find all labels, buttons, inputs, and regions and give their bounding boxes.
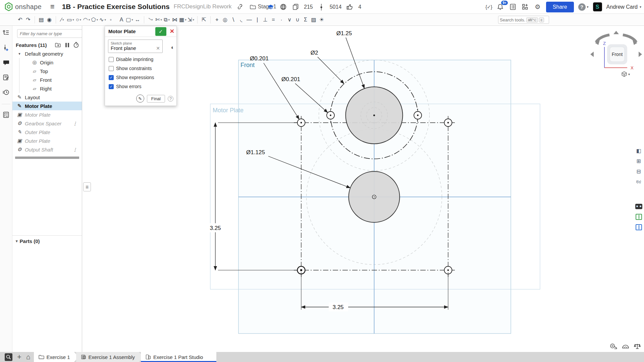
tree-item-gearbox-spacer[interactable]: ⚙ Gearbox Spacer ⋮ — [12, 119, 82, 128]
green-library-icon[interactable] — [635, 213, 643, 221]
normal-constraint[interactable]: ∨ — [285, 15, 293, 24]
tab-exercise-1-assembly[interactable]: Exercise 1 Assembly — [76, 352, 144, 362]
arc-tool[interactable]: ◠▾ — [83, 15, 91, 24]
checkbox-show-errors[interactable]: ✓ Show errors — [109, 84, 173, 89]
regeneration-timer-icon[interactable] — [73, 42, 79, 48]
parts-section-header[interactable]: ▾ Parts (0) — [12, 236, 82, 247]
clear-selection-icon[interactable]: ✕ — [156, 46, 160, 51]
tree-item-outer-plate-extrude[interactable]: ▣ Outer Plate — [12, 136, 82, 145]
checkbox-show-expressions[interactable]: ✓ Show expressions — [109, 75, 173, 80]
tree-item-output-shaft[interactable]: ⚙ Output Shaft ⋮ — [12, 145, 82, 154]
edit-sketch-icon[interactable]: ✎ — [136, 95, 144, 103]
redo-button[interactable]: ↷ — [24, 15, 32, 24]
curvature-constraint[interactable]: ∪ — [293, 15, 302, 24]
history-icon[interactable] — [3, 89, 9, 97]
lower-bore-circle[interactable] — [349, 172, 400, 223]
education-cap-icon[interactable] — [267, 3, 275, 11]
accept-button[interactable]: ✓ — [155, 27, 166, 36]
checkbox-show-constraints[interactable]: Show constraints — [109, 66, 173, 71]
circle-tool[interactable]: ○▾ — [74, 15, 83, 24]
featurescript-icon[interactable]: {✓} — [485, 4, 492, 10]
onshape-logo[interactable]: onshape — [5, 2, 42, 11]
fillet-tool[interactable]: ◝▾ — [147, 15, 155, 24]
rotate-right-arrow[interactable] — [623, 35, 636, 42]
measure-tool[interactable]: ⇱ — [200, 15, 208, 24]
view-options-control[interactable]: ▾ — [621, 71, 630, 77]
sketch-canvas[interactable]: Front Motor Plate — [0, 0, 644, 362]
tree-item-motor-plate-extrude[interactable]: ▣ Motor Plate — [12, 110, 82, 119]
appearance-panel-icon[interactable]: ◧ — [635, 147, 643, 154]
robot-app-icon[interactable] — [635, 203, 643, 210]
notifications-bell-icon[interactable]: 9+ — [496, 3, 504, 11]
rotate-left-arrow[interactable] — [596, 35, 609, 42]
avatar[interactable]: S — [593, 2, 602, 11]
dialog-help-icon[interactable]: ? — [168, 96, 173, 102]
search-tools-box[interactable]: alt/⌥ c — [498, 16, 549, 24]
sketch-style-button[interactable]: ◉ — [45, 15, 53, 24]
configuration-inputs-icon[interactable]: ⊟ — [635, 168, 643, 175]
pattern-tool[interactable]: ▦▾ — [179, 15, 187, 24]
concentric-constraint[interactable]: ◎ — [221, 15, 229, 24]
mate-connector-icon[interactable]: ◐ — [171, 44, 174, 51]
version-dots-icon[interactable]: ⋮ — [73, 121, 77, 126]
tape-measure-icon[interactable] — [610, 343, 617, 351]
dimension-tool[interactable]: ↔ — [133, 15, 142, 24]
symmetry-constraint[interactable]: Σ — [302, 15, 310, 24]
search-tabs-icon[interactable] — [5, 353, 12, 361]
tree-item-layout-sketch[interactable]: ✎ Layout — [12, 93, 82, 102]
tab-exercise-1-part-studio[interactable]: Exercise 1 Part Studio — [141, 352, 216, 362]
protractor-icon[interactable] — [622, 343, 629, 351]
mass-properties-icon[interactable] — [634, 343, 641, 351]
transform-tool[interactable]: ⇲▾ — [187, 15, 195, 24]
tasks-icon[interactable] — [509, 3, 517, 11]
panel-resize-handle[interactable]: ≣ — [83, 182, 91, 191]
tree-item-right-plane[interactable]: ▱ Right — [19, 84, 82, 93]
suspend-pause-icon[interactable] — [65, 43, 69, 47]
feature-tree-icon[interactable] — [3, 30, 9, 37]
add-tab-button[interactable]: + — [17, 353, 21, 361]
home-tab-button[interactable]: ⌂ — [26, 353, 31, 361]
blue-library-icon[interactable] — [635, 224, 643, 231]
notes-icon[interactable] — [3, 74, 9, 82]
insert-image-button[interactable]: ▤ — [37, 15, 45, 24]
plane-label[interactable]: Front — [240, 62, 255, 68]
dimension-label[interactable]: Ø1.25 — [336, 30, 352, 37]
perpendicular-constraint[interactable]: ⊥ — [261, 15, 269, 24]
configuration-table-icon[interactable]: ⊞ — [635, 157, 643, 165]
rectangle-tool[interactable]: ▭▾ — [66, 15, 74, 24]
dimension-label[interactable]: Ø2 — [311, 50, 318, 56]
tree-item-top-plane[interactable]: ▱ Top — [19, 67, 82, 75]
show-constraints-tool[interactable]: ☀ — [318, 15, 326, 24]
pan-left-arrow[interactable] — [590, 52, 594, 57]
pan-right-arrow[interactable] — [639, 52, 642, 57]
tree-item-motor-plate-sketch[interactable]: ✎ Motor Plate — [12, 102, 82, 110]
document-title[interactable]: 1B - Practice Exercise Solutions — [62, 3, 170, 11]
slot-tool[interactable]: ▢▾ — [125, 15, 133, 24]
tangent-constraint[interactable]: ◟ — [237, 15, 245, 24]
offset-tool[interactable]: ⧉▾ — [163, 15, 171, 24]
variable-studio-icon[interactable]: f(x) — [635, 178, 643, 185]
tree-group-default-geometry[interactable]: ▾ Default geometry — [12, 49, 82, 58]
copies-icon[interactable] — [291, 3, 300, 11]
version-dots-icon[interactable]: ⋮ — [73, 147, 77, 152]
versions-icon[interactable] — [317, 3, 325, 11]
polygon-tool[interactable]: ⬠▾ — [91, 15, 99, 24]
help-menu[interactable]: ? ▾ — [578, 3, 589, 11]
public-globe-icon[interactable] — [279, 3, 287, 11]
likes-icon[interactable] — [346, 3, 354, 11]
spline-tool[interactable]: ∿▾ — [99, 15, 107, 24]
checkbox-disable-imprinting[interactable]: Disable imprinting — [109, 57, 173, 62]
feature-filter-input[interactable] — [17, 29, 82, 38]
dimension-label[interactable]: Ø0.201 — [281, 76, 300, 82]
text-tool[interactable]: A — [117, 15, 125, 24]
upper-motor-circle[interactable] — [346, 87, 403, 144]
vertical-constraint[interactable]: | — [253, 15, 261, 24]
tilt-up-arrow[interactable] — [613, 31, 619, 34]
tab-exercise-1[interactable]: Exercise 1 — [34, 352, 79, 362]
insert-version-icon[interactable] — [3, 45, 9, 53]
cancel-button[interactable]: ✕ — [170, 28, 174, 35]
point-tool[interactable]: ◦ — [107, 15, 115, 24]
tree-item-origin[interactable]: ◎ Origin — [19, 58, 82, 67]
dimension-label[interactable]: Ø0.201 — [250, 55, 269, 62]
sketch-label[interactable]: Motor Plate — [213, 107, 244, 114]
